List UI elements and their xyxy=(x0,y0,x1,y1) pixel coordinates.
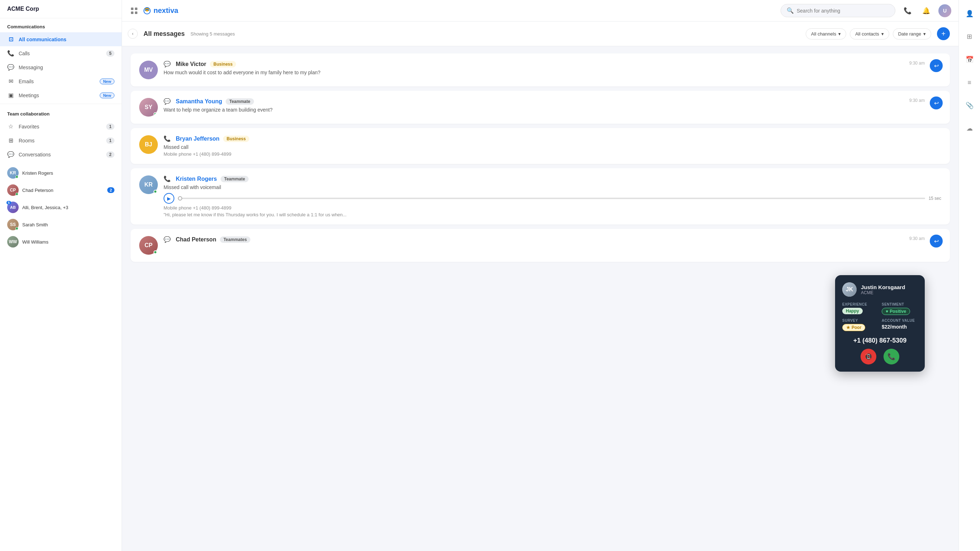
message-card-samantha-young: SY 💬 Samantha Young Teammate Want to hel… xyxy=(130,91,950,124)
contacts-filter[interactable]: All contacts ▾ xyxy=(850,28,889,40)
favorites-icon: ☆ xyxy=(7,123,14,130)
contact-card-header: JK Justin Korsgaard ACME xyxy=(842,282,918,297)
msg-name: Bryan Jefferson xyxy=(176,135,220,142)
page-title: All messages xyxy=(143,30,185,38)
search-input[interactable] xyxy=(797,8,889,14)
rooms-badge: 1 xyxy=(106,137,115,144)
profile-icon[interactable]: 👤 xyxy=(963,7,976,20)
conversation-item-will[interactable]: WW Will Williams xyxy=(0,233,122,250)
voicemail-transcript: "Hi, please let me know if this Thursday… xyxy=(164,212,941,217)
voicemail-player: ▶ 15 sec xyxy=(164,193,941,204)
list-icon[interactable]: ≡ xyxy=(963,76,976,89)
duration: 15 sec xyxy=(929,196,941,201)
account-value-metric: ACCOUNT VALUE $22/month xyxy=(882,318,918,331)
reply-button[interactable]: ↩ xyxy=(930,59,943,72)
conv-badge-chad: 2 xyxy=(107,187,115,193)
channels-filter[interactable]: All channels ▾ xyxy=(806,28,846,40)
cloud-icon[interactable]: ☁ xyxy=(963,122,976,135)
msg-name: Mike Victor xyxy=(176,61,206,67)
emails-icon: ✉ xyxy=(7,78,14,84)
sidebar-item-label: Favorites xyxy=(19,124,102,129)
msg-badge-teammate: Teammate xyxy=(221,176,248,182)
sidebar-item-emails[interactable]: ✉ Emails New xyxy=(0,74,122,88)
company-name: ACME Corp xyxy=(7,6,39,12)
phone-icon: 📞 xyxy=(164,135,171,142)
message-card-bryan-jefferson: BJ 📞 Bryan Jefferson Business Missed cal… xyxy=(130,128,950,164)
experience-label: EXPERIENCE xyxy=(842,303,878,306)
message-card-chad-peterson: CP 💬 Chad Peterson Teammates 9:30 am ↩ xyxy=(130,229,950,262)
conv-avatar-chad: CP xyxy=(7,185,19,196)
svg-rect-1 xyxy=(135,8,137,10)
reply-button[interactable]: ↩ xyxy=(930,235,943,247)
logo-text: nextiva xyxy=(154,6,178,15)
metrics-grid: EXPERIENCE Happy SENTIMENT ♥ Positive SU… xyxy=(842,303,918,331)
experience-value: Happy xyxy=(842,308,863,314)
msg-time: 9:30 am xyxy=(909,98,925,103)
msg-sub-text: Mobile phone +1 (480) 899-4899 xyxy=(164,205,941,210)
msg-avatar-chad-peterson: CP xyxy=(139,236,158,255)
sidebar-item-meetings[interactable]: ▣ Meetings New xyxy=(0,88,122,102)
contact-phone: +1 (480) 867-5309 xyxy=(842,337,918,344)
grid-icon[interactable]: ⊞ xyxy=(963,30,976,43)
msg-text: How much would it cost to add everyone i… xyxy=(164,70,941,75)
online-indicator xyxy=(16,193,18,196)
calendar-icon[interactable]: 📅 xyxy=(963,53,976,66)
sidebar-item-favorites[interactable]: ☆ Favorites 1 xyxy=(0,119,122,134)
answer-button[interactable]: 📞 xyxy=(883,349,899,365)
msg-badge-business: Business xyxy=(223,135,249,142)
user-avatar[interactable]: U xyxy=(939,4,951,17)
phone-icon-btn[interactable]: 📞 xyxy=(901,4,914,17)
conversation-item-sarah[interactable]: SS Sarah Smith xyxy=(0,216,122,233)
sidebar-item-label: Messaging xyxy=(19,65,115,70)
svg-rect-3 xyxy=(135,11,137,14)
sidebar-item-conversations[interactable]: 💬 Conversations 2 xyxy=(0,147,122,161)
contact-card: JK Justin Korsgaard ACME EXPERIENCE Happ… xyxy=(835,275,925,372)
search-bar[interactable]: 🔍 xyxy=(781,4,895,17)
msg-avatar-kristen-rogers: KR xyxy=(139,175,158,194)
communications-section-title: Communications xyxy=(0,18,122,32)
search-icon: 🔍 xyxy=(787,7,794,14)
sidebar-item-messaging[interactable]: 💬 Messaging xyxy=(0,60,122,74)
conv-name-kristen: Kristen Rogers xyxy=(22,170,115,176)
play-button[interactable]: ▶ xyxy=(164,193,174,204)
meetings-new-badge: New xyxy=(100,92,115,98)
msg-content-bryan-jefferson: 📞 Bryan Jefferson Business Missed call M… xyxy=(164,135,941,157)
notifications-icon-btn[interactable]: 🔔 xyxy=(920,4,933,17)
sidebar-item-label: Conversations xyxy=(19,152,102,158)
progress-dot xyxy=(178,196,182,201)
sidebar-item-label: Meetings xyxy=(19,92,95,98)
conv-name-will: Will Williams xyxy=(22,239,115,245)
right-icon-bar: 👤 ⊞ 📅 ≡ 📎 ☁ xyxy=(958,0,980,551)
team-collab-section-title: Team collaboration xyxy=(0,105,122,119)
paperclip-icon[interactable]: 📎 xyxy=(963,99,976,112)
collapse-sidebar-button[interactable]: ‹ xyxy=(128,29,138,39)
sentiment-label: SENTIMENT xyxy=(882,303,918,306)
calls-badge: 5 xyxy=(106,50,115,57)
chat-icon: 💬 xyxy=(164,98,171,105)
contact-company: ACME xyxy=(861,290,905,295)
date-range-filter[interactable]: Date range ▾ xyxy=(893,28,931,40)
conversations-list: KR Kristen Rogers CP Chad Peterson 2 5 A… xyxy=(0,161,122,250)
progress-bar[interactable] xyxy=(178,197,925,199)
app-grid-icon[interactable] xyxy=(129,6,139,16)
conversation-item-kristen[interactable]: KR Kristen Rogers xyxy=(0,164,122,182)
meetings-icon: ▣ xyxy=(7,92,14,99)
contact-card-avatar: JK xyxy=(842,282,857,297)
msg-name: Kristen Rogers xyxy=(176,176,217,182)
all-communications-icon: ⊡ xyxy=(7,36,14,43)
reply-button[interactable]: ↩ xyxy=(930,97,943,110)
conversation-item-group[interactable]: 5 AB Alli, Brent, Jessica, +3 xyxy=(0,199,122,216)
sidebar-item-all-communications[interactable]: ⊡ All communications xyxy=(0,32,122,46)
add-new-button[interactable]: + xyxy=(937,27,950,40)
sidebar: ACME Corp Communications ⊡ All communica… xyxy=(0,0,122,551)
contacts-filter-label: All contacts xyxy=(855,31,879,37)
hangup-button[interactable]: 📵 xyxy=(861,349,877,365)
sidebar-item-calls[interactable]: 📞 Calls 5 xyxy=(0,46,122,60)
messaging-icon: 💬 xyxy=(7,64,14,71)
msg-time: 9:30 am xyxy=(909,236,925,241)
heart-icon: ♥ xyxy=(886,309,888,314)
star-icon: ★ xyxy=(846,325,850,330)
sidebar-item-rooms[interactable]: ⊞ Rooms 1 xyxy=(0,134,122,147)
conv-avatar-will: WW xyxy=(7,236,19,247)
conversation-item-chad[interactable]: CP Chad Peterson 2 xyxy=(0,182,122,199)
